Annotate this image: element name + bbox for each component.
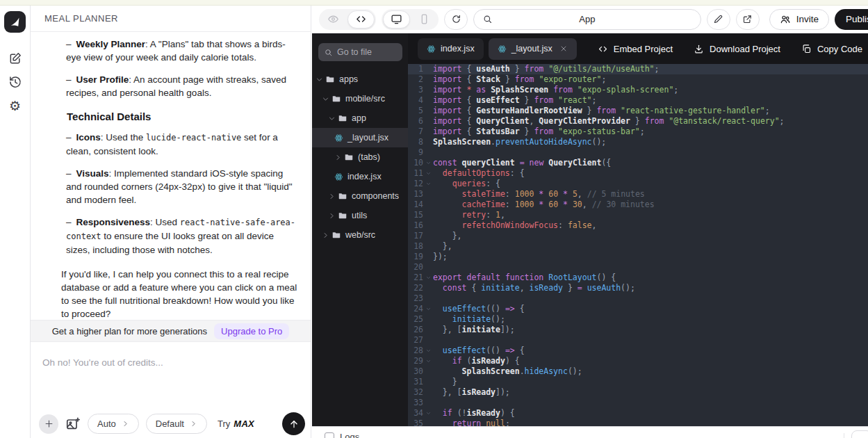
code-line-3: 3import * as SplashScreen from "expo-spl… [408,85,868,95]
fold-gutter [423,200,433,210]
code-editor[interactable]: 1import { useAuth } from "@/utils/auth/u… [408,64,868,426]
tree-item-index-jsx[interactable]: index.jsx [312,167,408,186]
monitor-toggle-button[interactable] [383,10,410,29]
code-line-28: 28 useEffect(() => { [408,346,868,356]
arrow-up-icon [288,419,300,430]
device-preview-button[interactable] [851,430,868,438]
download-project-button[interactable]: Download Project [694,44,780,54]
go-to-file-placeholder: Go to file [337,47,372,57]
tab-index.jsx[interactable]: index.jsx [418,38,484,60]
tree-item--tabs-[interactable]: (tabs) [312,147,408,167]
rename-button[interactable] [707,9,730,30]
tree-item-app[interactable]: app [312,108,408,128]
fold-gutter [423,325,433,335]
code-text: if (!isReady) { [433,408,868,419]
code-text: refetchOnWindowFocus: false, [433,220,868,231]
code-text [433,398,868,408]
folder-icon [331,94,341,104]
fold-chevron-icon[interactable] [423,273,433,283]
fold-chevron-icon[interactable] [423,179,433,189]
tree-item-label: web/src [345,230,375,240]
line-number: 6 [408,116,423,127]
tree-item-utils[interactable]: utils [312,206,408,225]
publish-label: Publish [846,14,868,24]
tree-item-label: index.jsx [347,172,382,181]
send-button[interactable] [282,412,305,435]
try-max-link[interactable]: Try MAX [218,419,254,429]
action-label: Download Project [710,44,780,54]
fold-gutter [423,106,433,116]
code-text: const { initiate, isReady } = useAuth(); [433,283,868,293]
code-line-16: 16 refetchOnWindowFocus: false, [408,220,868,231]
fold-chevron-icon[interactable] [423,168,433,179]
code-text: import { useEffect } from "react"; [433,95,868,106]
copy-code-button[interactable]: Copy Code [801,44,862,54]
tree-item-mobile-src[interactable]: mobile/src [312,89,408,108]
code-line-5: 5import { GestureHandlerRootView } from … [408,106,868,116]
line-number: 15 [408,210,423,220]
fold-chevron-icon[interactable] [423,158,433,168]
tree-item-components[interactable]: components [312,186,408,206]
code-line-19: 19}); [408,252,868,262]
line-number: 28 [408,346,423,356]
fold-gutter [423,127,433,137]
upgrade-to-pro-button[interactable]: Upgrade to Pro [214,323,289,339]
history-button[interactable] [6,73,24,91]
fold-gutter [423,241,433,252]
embed-project-button[interactable]: Embed Project [598,44,673,54]
phone-toggle-button[interactable] [411,10,437,29]
logs-checkbox[interactable] [325,432,334,438]
action-label: Copy Code [817,44,862,54]
fold-gutter [423,74,433,85]
model-selector[interactable]: Auto [88,414,139,434]
fold-chevron-icon[interactable] [423,408,433,419]
image-plus-icon[interactable] [65,416,81,432]
external-link-icon [742,14,753,24]
invite-button[interactable]: Invite [769,9,829,30]
tab-_layout.jsx[interactable]: _layout.jsx [489,38,577,60]
address-bar[interactable]: App [473,9,701,30]
folder-icon [338,211,347,220]
fold-chevron-icon[interactable] [423,304,433,314]
style-selector[interactable]: Default [146,414,207,434]
fold-gutter [423,64,433,74]
tree-item-web-src[interactable]: web/src [312,225,408,245]
logs-toggle[interactable]: Logs [325,432,359,438]
divider [844,433,844,438]
settings-button[interactable]: ⚙ [6,97,24,115]
chat-messages[interactable]: –Weekly Planner: A "Plans" tab that show… [31,32,311,320]
composer[interactable]: Oh no! You're out of credits... Auto Def… [31,342,311,438]
code-text: import { GestureHandlerRootView } from "… [433,106,868,116]
tree-item-label: utils [352,211,367,220]
close-tab-icon[interactable] [559,44,568,53]
editor-tab-bar: index.jsx_layout.jsx Embed ProjectDownlo… [408,33,868,64]
code-toggle-button[interactable] [347,10,375,29]
tree-item--layout-jsx[interactable]: _layout.jsx [312,128,408,147]
fold-chevron-icon[interactable] [423,346,433,356]
workspace-panel: App Invite Publish Go to file appsmobile… [312,6,868,438]
style-selector-label: Default [156,419,184,429]
chevron-up-icon[interactable] [828,435,837,438]
eye-toggle-button[interactable] [320,10,346,29]
left-icon-rail: ⚙ [0,6,31,438]
bullet-item: –Responsiveness: Used react-native-safe-… [66,216,298,257]
code-line-6: 6import { QueryClient, QueryClientProvid… [408,116,868,127]
open-in-new-tab-button[interactable] [736,9,760,30]
publish-button[interactable]: Publish [835,9,868,30]
code-line-29: 29 if (isReady) { [408,356,868,366]
code-text: queries: { [433,179,868,189]
preview-toolbar: App Invite Publish [312,6,868,33]
add-attachment-button[interactable] [39,414,58,434]
chevron-down-icon [316,76,323,83]
code-line-1: 1import { useAuth } from "@/utils/auth/u… [408,64,868,74]
app-logo[interactable] [4,11,26,33]
refresh-button[interactable] [444,9,468,30]
chevron-down-icon [322,95,329,103]
go-to-file-input[interactable]: Go to file [318,43,402,61]
code-line-22: 22 const { initiate, isReady } = useAuth… [408,283,868,293]
phone-icon [418,13,430,25]
tree-item-apps[interactable]: apps [312,70,408,89]
fold-chevron-icon[interactable] [423,356,433,366]
code-text: import { Stack } from "expo-router"; [433,74,868,85]
new-chat-button[interactable] [6,49,24,67]
